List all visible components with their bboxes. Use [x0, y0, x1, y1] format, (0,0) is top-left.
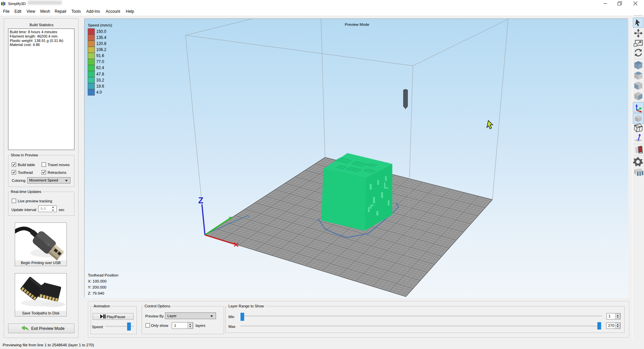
svg-text:47.8: 47.8: [96, 72, 104, 77]
svg-text:Z: 79.940: Z: 79.940: [88, 291, 104, 295]
svg-text:62.4: 62.4: [96, 65, 104, 70]
svg-text:120.8: 120.8: [96, 41, 106, 46]
svg-text:Z: Z: [198, 196, 203, 205]
svg-text:Toolhead Position: Toolhead Position: [88, 273, 118, 277]
svg-text:18.6: 18.6: [96, 84, 104, 89]
svg-text:106.2: 106.2: [96, 47, 106, 52]
svg-text:Speed (mm/s): Speed (mm/s): [88, 23, 112, 27]
svg-text:150.0: 150.0: [96, 29, 106, 34]
svg-text:135.4: 135.4: [96, 35, 106, 40]
svg-text:X: 100.000: X: 100.000: [88, 279, 107, 283]
svg-text:Preview Mode: Preview Mode: [345, 22, 369, 27]
svg-text:77.0: 77.0: [96, 59, 104, 64]
svg-text:4.0: 4.0: [96, 90, 102, 95]
svg-text:91.6: 91.6: [96, 53, 104, 58]
svg-text:33.2: 33.2: [96, 78, 104, 83]
svg-text:Y: 200.000: Y: 200.000: [88, 285, 106, 289]
